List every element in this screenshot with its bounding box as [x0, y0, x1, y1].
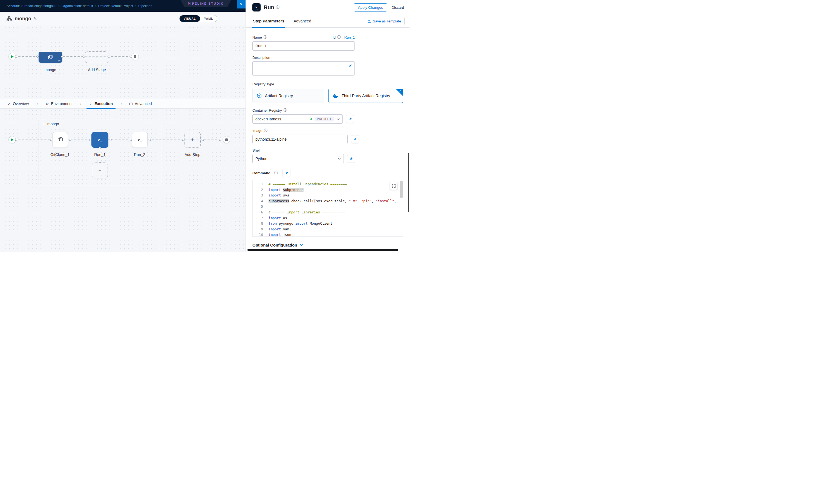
description-textarea[interactable] [252, 61, 355, 76]
registry-type-label: Registry Type [252, 82, 274, 86]
stage-tab-label: Execution [94, 102, 113, 106]
breadcrumb: Account: kurosakiichigo.songoku›Organiza… [7, 4, 152, 8]
shell-select[interactable]: Python [252, 154, 344, 163]
play-icon [11, 55, 14, 58]
execution-end-node[interactable] [223, 136, 230, 143]
code-line: subprocess.check_call([sys.executable, "… [268, 198, 403, 204]
add-parallel-step-node[interactable]: + [92, 163, 108, 178]
panel-vertical-scrollbar[interactable] [408, 153, 409, 212]
code-line [268, 204, 403, 210]
stage-tab-overview[interactable]: ✓Overview [4, 99, 32, 108]
app-root: Account: kurosakiichigo.songoku›Organiza… [0, 0, 410, 252]
tab-separator-icon: › [76, 101, 86, 106]
breadcrumb-separator: › [135, 4, 137, 8]
name-input[interactable] [252, 41, 355, 51]
stage-node-label: mongo [45, 68, 56, 72]
pipeline-toolbar: mongo ✎ VISUAL YAML [0, 12, 245, 25]
editor-scrollbar-thumb[interactable] [400, 181, 402, 198]
image-info-icon[interactable]: ⓘ [264, 128, 267, 133]
container-registry-select[interactable]: dockerHarness PROJECT [252, 114, 343, 124]
add-step-label: Add Step [184, 152, 200, 157]
container-registry-pin-button[interactable] [346, 115, 354, 123]
breadcrumb-item[interactable]: Pipelines [138, 4, 152, 8]
plus-icon: + [95, 54, 98, 60]
id-colon: : [342, 35, 343, 39]
port [89, 139, 91, 141]
command-info-icon[interactable]: ⓘ [274, 170, 278, 175]
command-pin-button[interactable] [282, 169, 290, 177]
code-line: import os [268, 215, 403, 221]
scope-tag: PROJECT [314, 117, 334, 121]
pipeline-end-node[interactable] [131, 53, 139, 60]
step-node-gitclone-1[interactable] [52, 132, 68, 148]
code-line: import sys [268, 193, 403, 198]
code-line: import json [268, 232, 403, 236]
optional-configuration-toggle[interactable]: Optional Configuration [252, 243, 403, 247]
pipeline-start-node[interactable] [8, 53, 16, 60]
panel-icon [129, 103, 132, 105]
execution-start-node[interactable] [8, 136, 16, 143]
id-info-icon[interactable]: ⓘ [337, 35, 341, 40]
container-registry-info-icon[interactable]: ⓘ [283, 108, 287, 113]
tab-advanced[interactable]: Advanced [293, 15, 312, 27]
chevron-down-icon [300, 244, 303, 246]
panel-horizontal-scrollbar[interactable] [247, 249, 398, 251]
description-pin-button[interactable] [348, 63, 353, 68]
add-stage-node[interactable]: + [85, 51, 109, 63]
edit-pencil-icon[interactable]: ✎ [34, 16, 37, 21]
registry-option-artifact-registry[interactable]: Artifact Registry [252, 89, 324, 103]
stop-icon [134, 55, 136, 58]
git-clone-icon [57, 137, 63, 143]
tab-step-parameters[interactable]: Step Parameters [252, 15, 285, 27]
save-as-template-button[interactable]: Save as Template [364, 17, 404, 25]
play-icon [11, 138, 14, 141]
apply-changes-button[interactable]: Apply Changes [354, 3, 387, 11]
stage-tab-label: Environment [51, 102, 73, 106]
shell-pin-button[interactable] [347, 155, 355, 163]
expand-editor-button[interactable] [390, 182, 397, 190]
discard-button[interactable]: Discard [391, 5, 404, 10]
breadcrumb-separator: › [95, 4, 96, 8]
port [219, 139, 221, 141]
step-node-run-2[interactable]: >_ [132, 132, 147, 148]
pipeline-name: mongo [15, 16, 31, 22]
editor-code[interactable]: # ====== Install Dependencies ========im… [267, 180, 403, 236]
stage-tab-execution[interactable]: ✓Execution [86, 99, 116, 108]
command-code-editor[interactable]: 12345678910 # ====== Install Dependencie… [252, 180, 403, 237]
image-pin-button[interactable] [351, 135, 359, 143]
breadcrumb-item[interactable]: Organization: default [62, 4, 93, 8]
toggle-visual[interactable]: VISUAL [179, 15, 200, 22]
visual-yaml-toggle: VISUAL YAML [179, 15, 217, 22]
pin-icon [353, 137, 357, 141]
execution-graph-canvas: − mongo Git [0, 109, 245, 252]
resize-handle[interactable] [352, 74, 354, 76]
name-info-icon[interactable]: ⓘ [263, 35, 267, 40]
image-input[interactable] [252, 135, 347, 144]
id-value: Run_1 [344, 35, 355, 39]
port [36, 56, 39, 58]
breadcrumb-item[interactable]: Project: Default Project [98, 4, 133, 8]
stage-icon [48, 54, 53, 60]
code-line: # ====== Install Dependencies ======== [268, 181, 403, 187]
stage-connector-line [12, 56, 135, 57]
close-button[interactable]: × [237, 0, 245, 8]
step-node-run-1[interactable]: >_ [91, 132, 108, 148]
add-step-node[interactable]: + [184, 132, 201, 148]
stage-tab-environment[interactable]: ⚙Environment [42, 99, 76, 108]
container-registry-value: dockerHarness [255, 117, 310, 121]
breadcrumb-item[interactable]: Account: kurosakiichigo.songoku [7, 4, 56, 8]
stage-node-mongo[interactable]: </> [39, 52, 62, 63]
registry-option-third-party[interactable]: Third-Party Artifact Registry ✓ [328, 89, 403, 103]
check-icon: ✓ [8, 102, 11, 106]
image-label: Image [252, 129, 262, 133]
run-info-icon[interactable]: ⓘ [276, 5, 279, 10]
tab-separator-icon: › [116, 101, 126, 106]
pipeline-studio-badge: PIPELINE STUDIO [181, 0, 231, 7]
port [109, 139, 112, 141]
pin-icon [348, 117, 352, 121]
port [15, 56, 17, 58]
collapse-minus-icon[interactable]: − [42, 121, 45, 126]
stage-tab-advanced[interactable]: Advanced [126, 99, 155, 108]
toggle-yaml[interactable]: YAML [200, 15, 217, 22]
top-bar: Account: kurosakiichigo.songoku›Organiza… [0, 0, 245, 12]
